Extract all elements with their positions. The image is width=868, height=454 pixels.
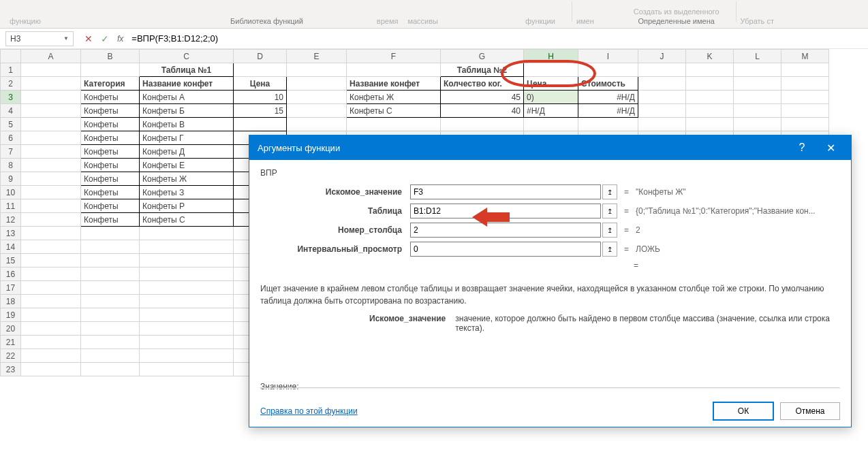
cell[interactable]: Конфеты Б: [140, 104, 234, 118]
cell[interactable]: [21, 145, 81, 159]
row-header[interactable]: 9: [1, 172, 21, 186]
cell[interactable]: [638, 104, 686, 118]
cell[interactable]: [81, 254, 140, 267]
cell[interactable]: [81, 63, 140, 77]
row-header[interactable]: 17: [1, 281, 21, 295]
cell[interactable]: [21, 199, 81, 213]
cell[interactable]: [21, 267, 81, 281]
cell[interactable]: [21, 336, 81, 349]
cell[interactable]: Конфеты: [81, 199, 140, 213]
cell[interactable]: [21, 322, 81, 336]
help-link[interactable]: Справка по этой функции: [260, 406, 358, 416]
range-picker-button[interactable]: ↥: [602, 204, 617, 218]
cell[interactable]: [21, 227, 81, 240]
cell[interactable]: [81, 227, 140, 240]
cell[interactable]: Конфеты: [81, 186, 140, 199]
arg-input[interactable]: [410, 242, 601, 257]
cell[interactable]: [638, 77, 686, 91]
cell[interactable]: [686, 118, 734, 131]
column-header[interactable]: C: [140, 50, 234, 63]
arg-input[interactable]: [410, 204, 601, 218]
cell[interactable]: Название конфет: [347, 77, 441, 91]
cancel-button[interactable]: Отмена: [780, 402, 840, 420]
cell[interactable]: [81, 240, 140, 254]
cell[interactable]: [638, 91, 686, 104]
row-header[interactable]: 13: [1, 227, 21, 240]
cell[interactable]: [287, 63, 347, 77]
cell[interactable]: [140, 322, 234, 336]
row-header[interactable]: 23: [1, 363, 21, 376]
cell[interactable]: [734, 118, 781, 131]
cell[interactable]: [81, 295, 140, 308]
cell[interactable]: [524, 118, 578, 131]
row-header[interactable]: 7: [1, 145, 21, 159]
cell[interactable]: [781, 118, 829, 131]
dialog-close-button[interactable]: ✕: [818, 135, 843, 160]
cell[interactable]: [81, 322, 140, 336]
dialog-help-button[interactable]: ?: [790, 135, 814, 160]
cell[interactable]: Конфеты Е: [140, 159, 234, 172]
row-header[interactable]: 18: [1, 295, 21, 308]
row-header[interactable]: 3: [1, 91, 21, 104]
cell[interactable]: [140, 349, 234, 363]
cell[interactable]: Конфеты: [81, 213, 140, 227]
cell[interactable]: [81, 336, 140, 349]
column-header[interactable]: H: [524, 50, 578, 63]
cell[interactable]: Конфеты З: [140, 186, 234, 199]
row-header[interactable]: 10: [1, 186, 21, 199]
cell[interactable]: Конфеты Д: [140, 145, 234, 159]
cell[interactable]: [781, 63, 829, 77]
cell[interactable]: Цена: [234, 77, 287, 91]
cell[interactable]: [347, 118, 441, 131]
cell[interactable]: [21, 295, 81, 308]
cell[interactable]: [734, 91, 781, 104]
cell[interactable]: [287, 104, 347, 118]
cell[interactable]: [734, 63, 781, 77]
ribbon-item[interactable]: функцию: [10, 17, 41, 25]
range-picker-button[interactable]: ↥: [602, 242, 617, 257]
row-header[interactable]: 6: [1, 131, 21, 145]
cell[interactable]: [638, 63, 686, 77]
fx-icon[interactable]: fx: [117, 34, 123, 44]
cell[interactable]: [287, 77, 347, 91]
cell[interactable]: [287, 118, 347, 131]
cell[interactable]: [234, 118, 287, 131]
ribbon-item[interactable]: имен: [576, 17, 594, 25]
ribbon-item-remove[interactable]: Убрать ст: [741, 17, 774, 25]
cell[interactable]: [21, 118, 81, 131]
cell[interactable]: Таблица №1: [140, 63, 234, 77]
cell[interactable]: [578, 63, 638, 77]
cell[interactable]: [140, 336, 234, 349]
row-header[interactable]: 5: [1, 118, 21, 131]
arg-input[interactable]: [410, 184, 601, 199]
cell[interactable]: [21, 254, 81, 267]
cell[interactable]: [81, 308, 140, 322]
ribbon-item-create[interactable]: Создать из выделенного: [634, 7, 719, 16]
cell[interactable]: [441, 118, 524, 131]
cell[interactable]: 45: [441, 91, 524, 104]
ok-button[interactable]: ОК: [713, 402, 773, 420]
chevron-down-icon[interactable]: ▼: [63, 35, 69, 42]
cell[interactable]: [21, 172, 81, 186]
cell[interactable]: [21, 63, 81, 77]
cell[interactable]: [578, 118, 638, 131]
cell[interactable]: [81, 363, 140, 376]
cell[interactable]: #Н/Д: [578, 104, 638, 118]
cell[interactable]: Конфеты: [81, 159, 140, 172]
cell[interactable]: Конфеты: [81, 104, 140, 118]
range-picker-button[interactable]: ↥: [602, 223, 617, 238]
cell[interactable]: [81, 281, 140, 295]
cell[interactable]: 40: [441, 104, 524, 118]
cell[interactable]: [140, 281, 234, 295]
row-header[interactable]: 20: [1, 322, 21, 336]
row-header[interactable]: 16: [1, 267, 21, 281]
cell[interactable]: Цена: [524, 77, 578, 91]
row-header[interactable]: 21: [1, 336, 21, 349]
cell[interactable]: Конфеты: [81, 172, 140, 186]
cell[interactable]: [347, 63, 441, 77]
row-header[interactable]: 2: [1, 77, 21, 91]
row-header[interactable]: 19: [1, 308, 21, 322]
column-header[interactable]: L: [734, 50, 781, 63]
cell[interactable]: Конфеты Г: [140, 131, 234, 145]
cell[interactable]: [638, 118, 686, 131]
